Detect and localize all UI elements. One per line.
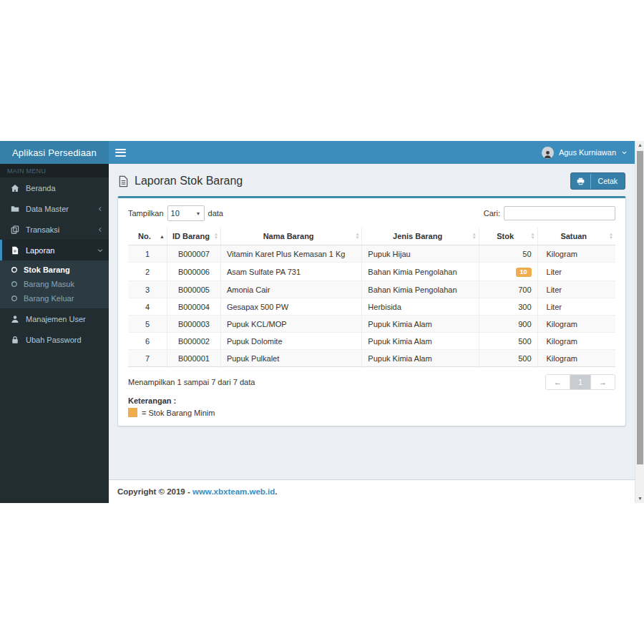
sidebar-subitem-label: Stok Barang xyxy=(24,265,70,274)
circle-icon xyxy=(11,266,18,273)
table-row: 7B000001Pupuk PulkaletPupuk Kimia Alam50… xyxy=(128,350,615,367)
scroll-up-icon[interactable]: ▲ xyxy=(635,141,644,150)
print-button-label: Cetak xyxy=(591,173,625,189)
length-label-after: data xyxy=(208,209,223,218)
sidebar-subitem-label: Barang Masuk xyxy=(24,280,74,288)
printer-icon xyxy=(571,174,591,189)
footer-link[interactable]: www.xbxteam.web.id xyxy=(192,487,275,496)
sort-both-icon: ▲▼ xyxy=(531,233,535,240)
search-input[interactable] xyxy=(504,206,615,220)
table-body: 1B000007Vitamin Karet Plus Kemasan 1 KgP… xyxy=(128,245,615,367)
cell-no: 4 xyxy=(128,298,167,316)
print-button[interactable]: Cetak xyxy=(570,172,625,190)
sidebar-item-transaksi[interactable]: Transaksi xyxy=(0,219,109,240)
sort-both-icon: ▲▼ xyxy=(472,233,477,240)
column-header-nama[interactable]: Nama Barang▲▼ xyxy=(220,228,361,245)
report-panel: Tampilkan 10 ▼ data Cari: xyxy=(117,196,626,426)
sidebar-item-label: Data Master xyxy=(26,205,69,213)
user-name: Agus Kurniawan xyxy=(559,148,616,157)
cell-satuan: Liter xyxy=(537,298,615,316)
user-icon xyxy=(10,314,19,323)
lock-icon xyxy=(10,335,19,344)
cell-nama: Vitamin Karet Plus Kemasan 1 Kg xyxy=(220,245,361,263)
screenshot-canvas: Aplikasi Persediaan Agus Kurniawan xyxy=(0,0,644,644)
table-row: 3B000005Amonia CairBahan Kimia Pengolaha… xyxy=(128,281,615,298)
app-brand[interactable]: Aplikasi Persediaan xyxy=(0,141,109,164)
cell-nama: Asam Sulfate PA 731 xyxy=(220,263,361,281)
cell-stok: 900 xyxy=(479,316,537,333)
folder-icon xyxy=(10,204,19,213)
sidebar-toggle-icon[interactable] xyxy=(115,149,126,157)
file-icon xyxy=(10,245,19,255)
vertical-scrollbar[interactable]: ▲ ▼ xyxy=(635,141,644,503)
file-text-icon xyxy=(118,175,129,187)
column-header-no[interactable]: No.▲ xyxy=(128,228,167,245)
cell-jenis: Pupuk Kimia Alam xyxy=(362,333,479,350)
cell-id: B000005 xyxy=(167,281,220,298)
stock-table: No.▲ID Barang▲▼Nama Barang▲▼Jenis Barang… xyxy=(128,228,615,367)
sidebar-section-label: MAIN MENU xyxy=(0,164,109,177)
sidebar-subitem-barang-keluar[interactable]: Barang Keluar xyxy=(0,291,109,306)
sidebar-item-beranda[interactable]: Beranda xyxy=(0,177,109,198)
cell-stok: 500 xyxy=(479,333,537,350)
column-header-stok[interactable]: Stok▲▼ xyxy=(479,228,537,245)
length-label-before: Tampilkan xyxy=(128,209,164,218)
cell-jenis: Bahan Kimia Pengolahan xyxy=(362,263,479,281)
sidebar-item-ubah-password[interactable]: Ubah Password xyxy=(0,329,109,350)
cell-id: B000006 xyxy=(167,263,220,281)
cell-nama: Pupuk Pulkalet xyxy=(220,350,361,367)
select-caret-icon: ▼ xyxy=(196,211,201,216)
cell-satuan: Kilogram xyxy=(537,316,615,333)
main-area: Laporan Stok Barang Cetak xyxy=(109,164,635,503)
submenu-laporan: Stok BarangBarang MasukBarang Keluar xyxy=(0,260,109,308)
sidebar-item-laporan[interactable]: Laporan xyxy=(0,240,109,260)
pagination-next[interactable]: → xyxy=(590,375,615,389)
sidebar-item-label: Transaksi xyxy=(26,225,59,234)
cell-id: B000004 xyxy=(167,298,220,316)
table-row: 2B000006Asam Sulfate PA 731Bahan Kimia P… xyxy=(128,263,615,281)
page-length-select[interactable]: 10 ▼ xyxy=(167,205,205,221)
cell-no: 3 xyxy=(128,281,167,298)
cell-no: 5 xyxy=(128,316,167,333)
sidebar-item-manajemen-user[interactable]: Manajemen User xyxy=(0,308,109,329)
table-header-row: No.▲ID Barang▲▼Nama Barang▲▼Jenis Barang… xyxy=(128,228,615,245)
sidebar-item-label: Ubah Password xyxy=(26,336,82,344)
cell-jenis: Pupuk Kimia Alam xyxy=(362,350,479,367)
scrollbar-thumb[interactable] xyxy=(637,151,643,464)
cell-nama: Amonia Cair xyxy=(220,281,361,298)
user-menu[interactable]: Agus Kurniawan xyxy=(542,147,628,159)
home-icon xyxy=(10,183,19,192)
sidebar-item-label: Manajemen User xyxy=(26,315,86,323)
column-header-jenis[interactable]: Jenis Barang▲▼ xyxy=(362,228,479,245)
search-label: Cari: xyxy=(484,209,500,218)
pagination-page-1[interactable]: 1 xyxy=(570,375,590,389)
cell-stok: 500 xyxy=(479,350,537,367)
low-stock-swatch xyxy=(128,408,137,417)
sidebar-menu: BerandaData MasterTransaksiLaporanStok B… xyxy=(0,177,109,350)
column-header-satuan[interactable]: Satuan▲▼ xyxy=(537,228,615,245)
scroll-down-icon[interactable]: ▼ xyxy=(635,494,644,503)
circle-icon xyxy=(11,295,18,302)
table-info: Menampilkan 1 sampai 7 dari 7 data xyxy=(128,378,255,386)
sidebar-subitem-stok-barang[interactable]: Stok Barang xyxy=(0,263,109,277)
table-row: 1B000007Vitamin Karet Plus Kemasan 1 KgP… xyxy=(128,245,615,263)
circle-icon xyxy=(11,280,18,288)
cell-id: B000003 xyxy=(167,316,220,333)
sort-both-icon: ▲▼ xyxy=(214,233,218,240)
low-stock-badge: 10 xyxy=(516,268,532,277)
table-row: 6B000002Pupuk DolomitePupuk Kimia Alam50… xyxy=(128,333,615,350)
sidebar-subitem-barang-masuk[interactable]: Barang Masuk xyxy=(0,277,109,291)
pagination-prev[interactable]: ← xyxy=(546,375,570,389)
chevron-left-icon xyxy=(97,206,103,212)
top-navbar: Aplikasi Persediaan Agus Kurniawan xyxy=(0,141,635,164)
avatar xyxy=(542,147,554,159)
copyright-text: Copyright © 2019 - xyxy=(117,487,190,496)
cell-id: B000002 xyxy=(167,333,220,350)
cell-nama: Gesapax 500 PW xyxy=(220,298,361,316)
cell-nama: Pupuk Dolomite xyxy=(220,333,361,350)
sidebar-item-data-master[interactable]: Data Master xyxy=(0,198,109,219)
column-header-id[interactable]: ID Barang▲▼ xyxy=(167,228,220,245)
cell-satuan: Liter xyxy=(537,281,615,298)
copy-icon xyxy=(10,225,19,234)
cell-jenis: Pupuk Kimia Alam xyxy=(362,316,479,333)
